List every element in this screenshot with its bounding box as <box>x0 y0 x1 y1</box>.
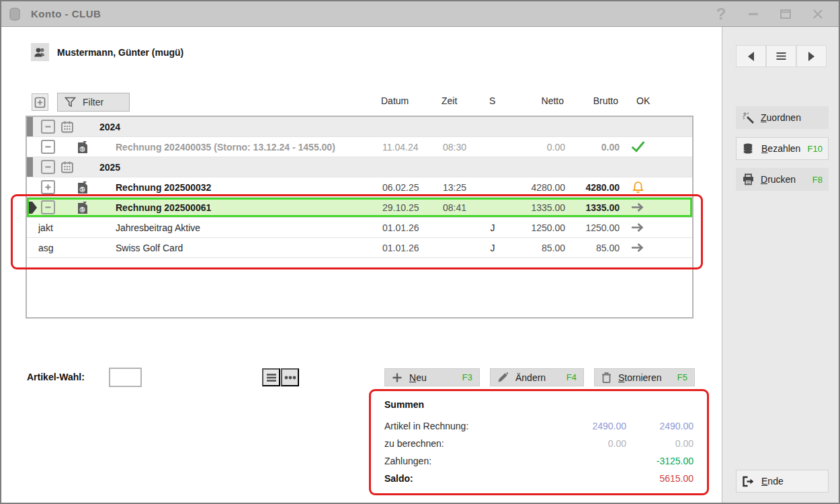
collapse-icon[interactable] <box>41 117 55 136</box>
table-row-group-2024[interactable]: 2024 <box>27 117 692 137</box>
cell-brutto: 1250.00 <box>552 218 620 237</box>
record-menu-icon[interactable] <box>766 45 796 67</box>
exit-icon <box>742 476 755 487</box>
aendern-label: Ändern <box>515 372 546 383</box>
trash-icon <box>601 372 612 383</box>
neu-fkey: F3 <box>462 372 472 382</box>
table-row-invoice-202400035[interactable]: $ Rechnung 202400035 (Storno: 13.12.24 -… <box>27 137 692 157</box>
collapse-icon[interactable] <box>41 157 55 177</box>
item-code: asg <box>38 238 54 257</box>
cell-brutto: 0.00 <box>552 137 620 157</box>
reminder-bell-icon <box>628 177 648 197</box>
summen-title: Summen <box>384 399 694 417</box>
item-code: jakt <box>38 218 53 237</box>
close-icon[interactable] <box>809 5 827 23</box>
next-record-icon[interactable] <box>796 45 827 67</box>
record-nav-group <box>736 45 827 67</box>
printer-icon <box>742 173 755 185</box>
article-list-icon[interactable] <box>262 368 280 386</box>
more-options-icon[interactable] <box>281 368 299 386</box>
collapse-icon[interactable] <box>41 198 55 217</box>
paid-check-icon <box>628 137 648 157</box>
current-row-pointer-icon <box>28 200 38 217</box>
members-icon <box>31 43 49 61</box>
open-arrow-icon <box>628 198 648 217</box>
row-indicator <box>27 238 33 257</box>
neu-label: Neu <box>409 372 427 383</box>
cell-brutto: 4280.00 <box>552 177 620 197</box>
konto-window: Konto - CLUB ? Mustermann, Günter (mugü) <box>0 0 840 504</box>
zuordnen-button[interactable]: Zuordnen <box>736 106 829 129</box>
cell-brutto: 85.00 <box>552 238 620 257</box>
bezahlen-button[interactable]: Bezahlen F10 <box>736 137 829 160</box>
col-datum: Datum <box>381 95 409 106</box>
help-icon[interactable]: ? <box>712 5 730 23</box>
row-indicator <box>27 157 33 177</box>
cell-datum: 29.10.25 <box>382 198 419 217</box>
invoice-icon: $ <box>77 177 88 197</box>
account-entries-table: 2024 $ Rechnung 202400035 (Storno: 13.12… <box>26 116 694 319</box>
invoice-icon: $ <box>77 137 88 157</box>
table-row-item-jakt[interactable]: jakt Jahresbeitrag Aktive 01.01.26 J 125… <box>27 218 692 238</box>
row-indicator <box>27 137 33 157</box>
collapse-icon[interactable] <box>41 137 55 157</box>
window-controls: ? <box>712 5 832 23</box>
cell-datum: 01.01.26 <box>382 218 419 237</box>
invoice-label: Rechnung 202500032 <box>116 177 211 197</box>
neu-button[interactable]: Neu F3 <box>384 368 480 386</box>
item-label: Jahresbeitrag Aktive <box>116 218 200 237</box>
expand-icon[interactable] <box>41 177 55 197</box>
bezahlen-label: Bezahlen <box>761 143 800 154</box>
stornieren-button[interactable]: Stornieren F5 <box>594 368 695 386</box>
summen-panel: Summen Artikel in Rechnung: 2490.00 2490… <box>384 399 694 487</box>
maximize-icon[interactable] <box>777 5 794 23</box>
summen-row-artikel: Artikel in Rechnung: 2490.00 2490.00 <box>384 417 694 435</box>
drucken-fkey: F8 <box>812 175 823 185</box>
plus-icon <box>392 372 403 383</box>
cell-datum: 11.04.24 <box>382 137 418 157</box>
col-ok: OK <box>636 95 650 106</box>
invoice-label: Rechnung 202400035 (Storno: 13.12.24 - 1… <box>116 137 335 157</box>
table-row-group-2025[interactable]: 2025 <box>27 157 692 177</box>
account-header: Mustermann, Günter (mugü) <box>31 43 183 61</box>
artikel-wahl-input[interactable] <box>109 368 142 387</box>
pencil-icon <box>497 372 509 383</box>
cell-datum: 01.01.26 <box>382 238 419 257</box>
zuordnen-label: Zuordnen <box>761 112 801 123</box>
aendern-fkey: F4 <box>566 372 577 382</box>
open-arrow-icon <box>628 218 648 237</box>
title-bar: Konto - CLUB ? <box>1 1 839 27</box>
stornieren-fkey: F5 <box>677 372 687 382</box>
row-indicator <box>27 117 33 136</box>
ende-button[interactable]: Ende <box>736 470 829 493</box>
cell-zeit: 08:30 <box>443 137 466 157</box>
col-brutto: Brutto <box>551 95 618 106</box>
drucken-button[interactable]: Drucken F8 <box>736 168 829 191</box>
col-zeit: Zeit <box>442 95 457 106</box>
minimize-icon[interactable] <box>745 5 762 23</box>
group-year-label: 2025 <box>99 157 120 177</box>
table-row-invoice-202500061-selected[interactable]: $ Rechnung 202500061 29.10.25 08:41 1335… <box>27 198 692 218</box>
cell-brutto: 1335.00 <box>552 198 620 217</box>
summen-row-saldo: Saldo: 5615.00 <box>384 470 694 487</box>
table-row-item-asg[interactable]: asg Swiss Golf Card 01.01.26 J 85.00 85.… <box>27 238 692 258</box>
bezahlen-fkey: F10 <box>808 144 823 154</box>
coins-app-icon <box>8 7 24 22</box>
cell-zeit: 13:25 <box>443 177 466 197</box>
previous-record-icon[interactable] <box>736 45 766 67</box>
calendar-icon <box>60 157 74 177</box>
table-row-invoice-202500032[interactable]: $ Rechnung 202500032 06.02.25 13:25 4280… <box>27 177 692 198</box>
summen-row-zu-berechnen: zu berechnen: 0.00 0.00 <box>384 435 694 452</box>
table-column-headers: Datum Zeit S Netto Brutto OK <box>26 95 694 113</box>
open-arrow-icon <box>628 238 648 257</box>
stornieren-label: Stornieren <box>618 372 662 383</box>
aendern-button[interactable]: Ändern F4 <box>490 368 584 386</box>
row-indicator <box>27 177 33 197</box>
summen-row-zahlungen: Zahlungen: -3125.00 <box>384 452 694 470</box>
invoice-label: Rechnung 202500061 <box>116 198 211 217</box>
account-holder-name: Mustermann, Günter (mugü) <box>57 47 183 58</box>
cell-zeit: 08:41 <box>443 198 466 217</box>
cell-datum: 06.02.25 <box>382 177 419 197</box>
item-label: Swiss Golf Card <box>116 238 183 257</box>
row-indicator <box>27 218 33 237</box>
